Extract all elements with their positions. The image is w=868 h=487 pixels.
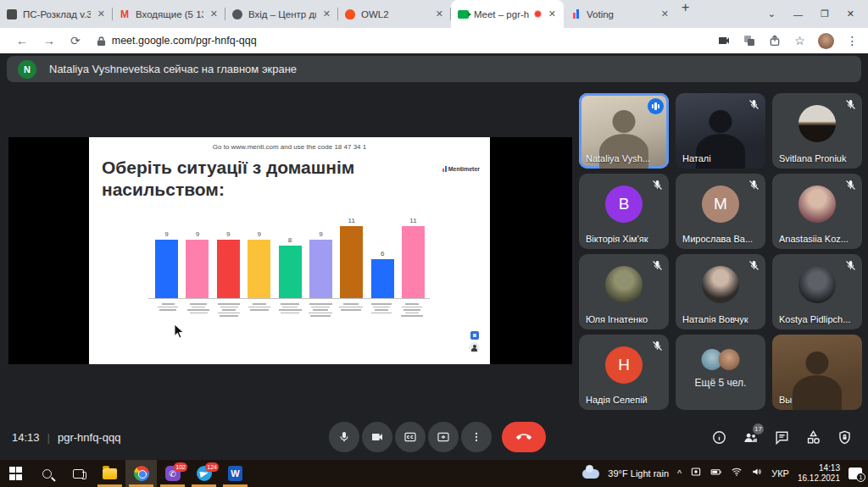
mentimeter-logo: Mentimeter [442,166,480,172]
tab-ps-rozklad[interactable]: ПС-Розклад v.3.8.2 ✕ [0,0,113,28]
telegram-button[interactable]: 124 [188,460,220,487]
start-button[interactable] [0,460,31,487]
participant-tile-viktoria[interactable]: В Вікторія Хім'як [579,174,669,249]
participant-tile-overflow[interactable]: Ещё 5 чел. [676,335,765,410]
captions-button[interactable] [395,422,426,452]
task-view-button[interactable] [63,460,94,487]
profile-avatar[interactable] [818,33,834,49]
translate-icon[interactable] [742,34,756,48]
new-tab-button[interactable]: + [676,0,694,28]
weather-icon[interactable] [582,469,599,479]
avatar [702,266,739,303]
participant-tile-nataliya[interactable]: Nataliya Vysh... [579,93,669,169]
file-explorer-button[interactable] [94,460,125,487]
weather-text[interactable]: 39°F Light rain [608,468,669,479]
mouse-cursor [174,324,184,342]
camera-in-use-icon[interactable] [716,34,731,48]
share-icon[interactable] [767,34,782,48]
tab-meet[interactable]: Meet – pgr-hnfq- ✕ [451,0,564,28]
avatar: М [702,185,739,223]
menti-qr-icon [470,331,479,340]
participant-tile-self[interactable]: Вы [772,335,862,410]
mic-off-icon [651,259,664,272]
participant-name: Kostya Pidlipch... [779,314,850,324]
viber-button[interactable]: ✆ 102 [157,460,188,487]
folder-icon [103,468,117,479]
action-center-icon[interactable]: 1 [849,468,862,479]
participant-tile-svitlana[interactable]: Svitlana Proniuk [772,93,862,169]
present-button[interactable] [428,422,459,452]
meet-main-area: N Nataliya Vyshnevetska сейчас на главно… [0,53,868,460]
chart-axis [148,298,430,299]
gmail-favicon: M [119,8,131,20]
forward-button[interactable]: → [36,34,63,47]
end-call-button[interactable] [502,422,546,452]
mic-button[interactable] [329,422,359,452]
host-controls-icon[interactable] [836,429,853,446]
tray-clock[interactable]: 14:13 16.12.2021 [798,463,840,484]
maximize-button[interactable]: ❐ [815,8,834,19]
participant-tile-nadia[interactable]: Н Надія Селепій [579,335,669,410]
meeting-details-icon[interactable] [710,429,727,446]
tab-gmail[interactable]: M Входящие (5 136) - g ✕ [113,0,225,28]
participant-tile-kostya[interactable]: Kostya Pidlipch... [772,254,862,329]
tab-search-icon[interactable]: ⌄ [763,8,781,19]
chrome-button[interactable] [125,460,157,487]
chart-category-labels [155,303,425,317]
bookmark-star-icon[interactable]: ☆ [793,34,807,48]
close-tab-icon[interactable]: ✕ [321,8,332,19]
tab-voting[interactable]: Voting ✕ [564,0,676,28]
mentimeter-logo-icon [442,166,447,172]
screen: ПС-Розклад v.3.8.2 ✕ M Входящие (5 136) … [0,0,868,487]
minimize-button[interactable]: — [788,9,808,19]
mic-off-icon [651,340,664,352]
tray-time: 14:13 [798,463,840,473]
viber-unread-badge: 102 [174,462,187,472]
participant-tile-yulia[interactable]: Юля Ігнатенко [579,254,669,329]
word-button[interactable]: W [220,460,251,487]
chat-icon[interactable] [773,429,790,446]
language-indicator[interactable]: УКР [771,468,789,479]
participant-tile-natali[interactable]: Наталі [676,93,765,169]
participant-tile-natalia-vovchuk[interactable]: Наталія Вовчук [676,254,765,329]
tab-title: Вхід – Центр дистан [248,9,316,19]
close-window-button[interactable]: ✕ [842,8,860,19]
ps-rozklad-favicon [6,8,18,20]
divider: | [47,431,50,444]
tray-expand-icon[interactable]: ^ [677,468,682,479]
more-options-button[interactable] [461,422,492,452]
tab-owl2[interactable]: OWL2 ✕ [338,0,451,28]
browser-toolbar: ← → ⟳ meet.google.com/pgr-hnfq-qqq ☆ ⋮ [0,28,868,53]
participants-icon[interactable]: 17 [742,429,759,446]
close-tab-icon[interactable]: ✕ [547,8,558,19]
avatar: В [605,185,643,223]
participant-name: Вікторія Хім'як [586,234,648,244]
address-bar[interactable]: meet.google.com/pgr-hnfq-qqq [97,35,257,47]
mic-off-icon [844,179,857,191]
tab-moodle[interactable]: Вхід – Центр дистан ✕ [225,0,338,28]
participant-tile-myroslava[interactable]: М Мирослава Ва... [676,174,765,249]
close-tab-icon[interactable]: ✕ [209,8,220,19]
windows-logo-icon [9,467,23,480]
overflow-avatars [702,349,740,370]
mic-off-icon [844,98,857,111]
reload-button[interactable]: ⟳ [63,34,88,47]
volume-icon[interactable] [751,466,763,481]
camera-button[interactable] [362,422,392,452]
wifi-icon[interactable] [731,466,743,481]
battery-icon[interactable] [710,466,722,481]
participant-name: Надія Селепій [586,395,648,405]
browser-menu-icon[interactable]: ⋮ [845,34,860,48]
close-tab-icon[interactable]: ✕ [434,8,445,19]
back-button[interactable]: ← [8,34,36,47]
browser-tab-strip: ПС-Розклад v.3.8.2 ✕ M Входящие (5 136) … [0,0,868,28]
tab-title: Входящие (5 136) - g [136,9,203,19]
activities-icon[interactable] [804,429,821,446]
participant-tile-anastasiia[interactable]: Anastasiia Koz... [772,174,862,249]
close-tab-icon[interactable]: ✕ [96,8,107,19]
mentimeter-slide: Go to www.menti.com and use the code 18 … [89,137,490,364]
app-window-icon[interactable] [690,466,702,481]
presenting-banner-text: Nataliya Vyshnevetska сейчас на главном … [49,63,297,75]
close-tab-icon[interactable]: ✕ [659,8,670,19]
taskbar-search-button[interactable] [31,460,63,487]
